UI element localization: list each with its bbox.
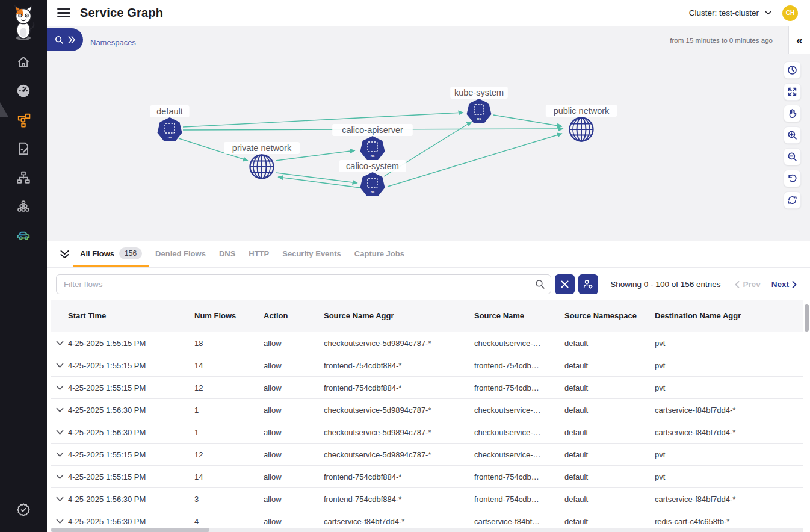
table-cell: allow [264, 361, 324, 370]
graph-node-private-network[interactable]: private network [224, 142, 300, 179]
table-cell: redis-cart-c4fc658fb-* [655, 517, 803, 526]
next-page-button[interactable]: Next [771, 280, 797, 289]
refresh-icon[interactable] [784, 191, 801, 209]
expand-row-icon[interactable] [51, 496, 68, 502]
table-cell: frontend-754cdb… [474, 472, 564, 481]
column-header[interactable]: Source Namespace [564, 311, 655, 321]
expand-row-icon[interactable] [51, 385, 68, 391]
flows-panel: All Flows156Denied FlowsDNSHTTPSecurity … [47, 241, 810, 532]
undo-icon[interactable] [784, 170, 801, 187]
column-settings-button[interactable] [578, 274, 598, 294]
service-graph-canvas[interactable]: nsdefaultprivate networknscalico-apiserv… [47, 26, 810, 241]
network-tree-icon[interactable] [15, 169, 32, 186]
cluster-selector[interactable]: Cluster: test-cluster [689, 8, 771, 17]
column-header[interactable]: Source Name [474, 311, 564, 321]
tab-all-flows[interactable]: All Flows156 [73, 241, 149, 267]
expand-row-icon[interactable] [51, 519, 68, 524]
table-cell: checkoutservice-… [474, 339, 564, 348]
flows-tabs: All Flows156Denied FlowsDNSHTTPSecurity … [73, 241, 411, 267]
tab-count-badge: 156 [119, 247, 142, 259]
tab-dns[interactable]: DNS [212, 241, 242, 267]
search-icon[interactable] [535, 279, 545, 289]
graph-edge[interactable] [183, 113, 463, 127]
table-row[interactable]: 4-25-2025 1:56:30 PM3allowfrontend-754cd… [51, 488, 803, 510]
expand-row-icon[interactable] [51, 407, 68, 413]
prev-page-button[interactable]: Prev [735, 280, 760, 289]
menu-icon[interactable] [57, 8, 70, 17]
clear-filter-button[interactable] [555, 274, 575, 294]
graph-node-calico-system[interactable]: nscalico-system [339, 160, 406, 196]
showing-entries-label: Showing 0 - 100 of 156 entries [610, 280, 720, 289]
tab-capture-jobs[interactable]: Capture Jobs [348, 241, 411, 267]
table-cell: 1 [194, 406, 264, 415]
table-cell: default [564, 495, 655, 504]
chevron-left-icon [735, 281, 740, 288]
graph-edge[interactable] [388, 134, 562, 187]
graph-node-calico-apiserver[interactable]: nscalico-apiserver [332, 124, 413, 160]
close-icon [561, 280, 569, 288]
table-row[interactable]: 4-25-2025 1:55:15 PM18allowcheckoutservi… [51, 332, 803, 354]
node-label: private network [232, 143, 292, 153]
tab-http[interactable]: HTTP [242, 241, 276, 267]
vertical-scrollbar[interactable] [805, 304, 809, 332]
graph-edge[interactable] [276, 173, 357, 183]
table-row[interactable]: 4-25-2025 1:55:15 PM14allowfrontend-754c… [51, 354, 803, 377]
table-cell: pvt [655, 383, 803, 392]
table-cell: allow [264, 472, 324, 481]
table-cell: checkoutservice-… [474, 428, 564, 437]
table-cell: 1 [194, 428, 264, 437]
tab-label: HTTP [249, 249, 269, 258]
graph-node-default[interactable]: nsdefault [150, 105, 189, 141]
verified-badge-icon[interactable] [15, 501, 32, 518]
table-cell: frontend-754cdbf884-* [324, 495, 474, 504]
cluster-label: Cluster: test-cluster [689, 8, 759, 17]
expand-row-icon[interactable] [51, 430, 68, 435]
column-header[interactable]: Action [264, 311, 324, 321]
time-icon[interactable] [784, 61, 801, 79]
column-header[interactable]: Num Flows [194, 311, 264, 321]
horizontal-scrollbar[interactable] [51, 528, 209, 532]
table-cell: 4-25-2025 1:55:15 PM [68, 339, 194, 348]
expand-row-icon[interactable] [51, 452, 68, 457]
collapse-panel-icon[interactable]: « [788, 26, 810, 54]
dashboard-icon[interactable] [15, 82, 32, 99]
expand-row-icon[interactable] [51, 341, 68, 346]
report-icon[interactable] [15, 140, 32, 157]
pan-hand-icon[interactable] [784, 105, 801, 122]
flows-table: Start TimeNum FlowsActionSource Name Agg… [51, 300, 803, 532]
fit-screen-icon[interactable] [784, 83, 801, 101]
table-row[interactable]: 4-25-2025 1:55:15 PM14allowfrontend-754c… [51, 466, 803, 488]
table-cell: 4 [194, 517, 264, 526]
expand-row-icon[interactable] [51, 474, 68, 480]
tab-security-events[interactable]: Security Events [276, 241, 348, 267]
zoom-in-icon[interactable] [784, 126, 801, 144]
home-icon[interactable] [15, 54, 32, 70]
graph-node-kube-system[interactable]: nskube-system [450, 87, 508, 123]
column-header[interactable]: Start Time [68, 311, 194, 321]
zoom-out-icon[interactable] [784, 148, 801, 165]
collapse-flows-icon[interactable] [55, 241, 73, 267]
breadcrumb[interactable]: Namespaces [90, 38, 136, 47]
table-cell: default [564, 361, 655, 370]
calico-logo[interactable] [10, 5, 37, 42]
svg-text:ns: ns [371, 154, 374, 158]
table-cell: checkoutservice-… [474, 450, 564, 459]
table-row[interactable]: 4-25-2025 1:55:15 PM12allowfrontend-754c… [51, 377, 803, 399]
table-cell: checkoutservice-5d9894c787-* [324, 450, 474, 459]
column-header[interactable]: Destination Name Aggr [655, 311, 803, 321]
service-graph-icon[interactable] [15, 111, 32, 128]
expand-row-icon[interactable] [51, 363, 68, 368]
column-header[interactable]: Source Name Aggr [324, 311, 474, 321]
graph-search-pill[interactable] [47, 28, 83, 51]
table-row[interactable]: 4-25-2025 1:56:30 PM1allowcheckoutservic… [51, 421, 803, 444]
filter-flows-input[interactable] [56, 274, 551, 294]
tab-denied-flows[interactable]: Denied Flows [149, 241, 212, 267]
cluster-dots-icon[interactable] [15, 198, 32, 215]
chevron-down-icon [765, 11, 771, 15]
table-row[interactable]: 4-25-2025 1:55:15 PM12allowcheckoutservi… [51, 444, 803, 466]
table-cell: checkoutservice-… [474, 406, 564, 415]
table-row[interactable]: 4-25-2025 1:56:30 PM1allowcheckoutservic… [51, 399, 803, 421]
avatar[interactable]: CH [782, 5, 798, 21]
car-icon[interactable] [15, 226, 32, 243]
node-label: default [156, 107, 183, 116]
